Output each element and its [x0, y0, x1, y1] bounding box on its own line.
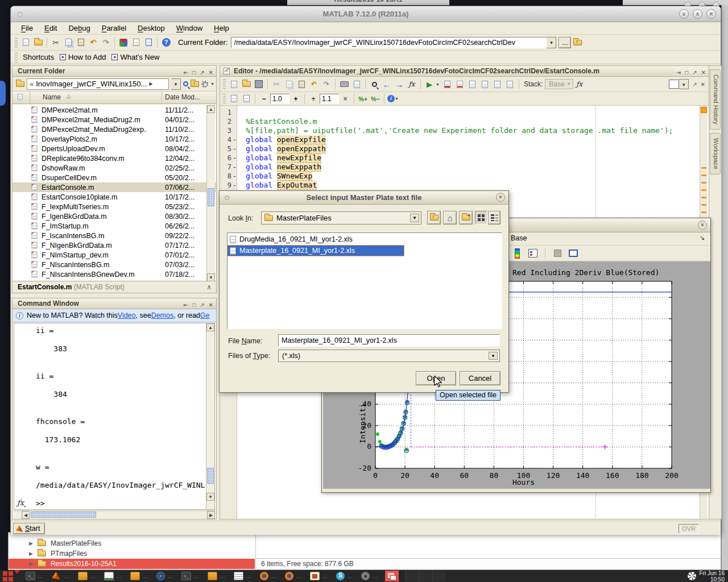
menu-debug[interactable]: Debug	[63, 23, 96, 34]
dialog-file-row[interactable]: DrugMedia_16_0921_MI_yor1-2.xls	[228, 234, 502, 244]
command-output-area[interactable]: ii = 383 ii = 384 fhconsole = 173.1062 w…	[14, 323, 215, 510]
divide-value-button[interactable]: ÷	[307, 93, 320, 105]
browse-folder-button[interactable]: ...	[559, 37, 571, 48]
open-button[interactable]: Open	[416, 371, 456, 385]
dialog-file-row[interactable]: Masterplate_16_0921_MI_yor1-2.xls	[228, 246, 404, 256]
uncomment-button[interactable]: %−	[369, 93, 382, 105]
current-folder-header[interactable]: Current Folder ⇤ □ ↗ ✕	[13, 66, 216, 77]
open-file-button[interactable]	[32, 36, 44, 49]
step-in-button[interactable]	[479, 78, 491, 90]
file-row[interactable]: DshowRaw.m02/25/2...	[13, 163, 216, 173]
menu-help[interactable]: Help	[208, 23, 235, 34]
editor-header[interactable]: Editor - /media/data/EASY/InovImager_jwr…	[220, 66, 709, 77]
expand-arrow-icon[interactable]: ▶	[29, 561, 33, 567]
code-line[interactable]: 2%EstartConsole.m	[220, 117, 709, 126]
command-hscrollbar[interactable]: ◀ ▶	[14, 510, 215, 518]
scroll-up-icon[interactable]: ▲	[206, 323, 214, 331]
code-line[interactable]: 3%[file,path] = uiputfile('.mat','Create…	[220, 126, 709, 135]
combo-dropdown-icon[interactable]: ▼	[410, 214, 419, 222]
executable-line-marker[interactable]: -	[232, 153, 237, 163]
scroll-down-icon[interactable]: ▼	[207, 273, 215, 281]
gear-dropdown-icon[interactable]: ▼	[210, 82, 214, 86]
sort-ascending-icon[interactable]: △	[67, 93, 71, 99]
dialog-titlebar[interactable]: Select input Master Plate text file ✕	[220, 191, 508, 205]
figure-close-icon[interactable]: ✕	[698, 221, 707, 230]
files-of-type-combo[interactable]: (*.xls) ▼	[278, 350, 500, 362]
close-panel-icon[interactable]: ✕	[701, 81, 705, 88]
decrease-value-button[interactable]: −	[258, 93, 270, 105]
shortcut-whats-new[interactable]: What's New	[120, 53, 159, 61]
toolbar-handle[interactable]	[223, 94, 226, 104]
undock-icon[interactable]: ↗	[692, 81, 697, 88]
details-button[interactable]: i▼	[387, 93, 399, 105]
matlab-launcher[interactable]: …	[51, 571, 71, 581]
copy-button[interactable]	[283, 78, 295, 90]
function-hints-button[interactable]: ƒx	[573, 78, 586, 90]
file-row[interactable]: F_IexpMultiTseries.m05/23/2...	[13, 202, 216, 211]
collapse-details-icon[interactable]: ∧	[206, 281, 212, 293]
file-type-column-icon[interactable]	[18, 94, 23, 99]
minimize-button[interactable]: ∨	[679, 9, 689, 19]
demos-link[interactable]: Demos	[151, 311, 174, 319]
file-row[interactable]: DpertsUploadDev.m08/04/2...	[13, 144, 216, 153]
print-button[interactable]	[338, 78, 350, 90]
undock-icon[interactable]: ↗	[692, 68, 697, 77]
matlab-titlebar[interactable]: MATLAB 7.12.0 (R2011a) ∨ ∧ ✕	[11, 6, 721, 22]
executable-line-marker[interactable]: -	[232, 181, 237, 190]
run-button[interactable]: ▶	[423, 78, 436, 90]
combo-dropdown-icon[interactable]: ▼	[489, 352, 498, 360]
code-line[interactable]: 1	[220, 108, 709, 117]
column-name[interactable]: Name	[43, 93, 61, 101]
applications-menu-button[interactable]	[2, 571, 19, 581]
terminal-2-launcher[interactable]: >_…	[180, 571, 200, 581]
profiler-button[interactable]	[142, 36, 155, 49]
file-row[interactable]: DsuperCellDev.m05/20/2...	[13, 173, 216, 182]
cut-button[interactable]: ✂	[270, 78, 283, 90]
new-script-button[interactable]	[19, 36, 32, 49]
address-dropdown-button[interactable]: ▼	[171, 78, 181, 90]
menu-desktop[interactable]: Desktop	[132, 23, 171, 34]
paste-button[interactable]	[295, 78, 308, 90]
scroll-down-icon[interactable]: ▼	[206, 493, 214, 501]
simulink-button[interactable]	[117, 36, 130, 49]
file-row[interactable]: F_IscanIntensBG.m09/22/2...	[13, 231, 216, 240]
executable-line-marker[interactable]: -	[232, 163, 237, 172]
paste-button[interactable]	[75, 36, 87, 49]
code-line[interactable]: 6-global newExpfile	[220, 153, 709, 163]
open-button[interactable]	[240, 78, 253, 90]
maximize-button[interactable]: ∧	[693, 9, 702, 19]
expand-arrow-icon[interactable]: ▶	[29, 551, 33, 556]
getting-started-link[interactable]: Ge	[200, 311, 210, 319]
code-line[interactable]: 5-global openExppath	[220, 144, 709, 153]
scroll-right-icon[interactable]: ▶	[207, 511, 215, 519]
toolbar-handle[interactable]	[15, 38, 18, 48]
path-dropdown-button[interactable]: ▼	[547, 37, 556, 48]
file-row[interactable]: F_NImStartup_dev.m07/01/2...	[13, 250, 216, 260]
comment-button[interactable]: %+	[357, 93, 369, 105]
redo-button[interactable]: ↷	[320, 78, 333, 90]
up-one-level-button[interactable]: ↑	[191, 81, 199, 87]
firefox-2-launcher[interactable]: …	[284, 571, 303, 581]
show-plot-tools-button[interactable]	[567, 247, 580, 260]
start-button[interactable]: Start	[13, 523, 45, 534]
tree-item[interactable]: ▶PTmapFiles	[9, 548, 255, 559]
tree-item[interactable]: ▶MasterPlateFiles	[9, 538, 255, 548]
next-cell-button[interactable]	[240, 93, 253, 105]
figure-menu-fragment[interactable]: Base	[511, 234, 527, 242]
insert-cell-button[interactable]	[228, 93, 240, 105]
gear-icon[interactable]	[201, 81, 208, 88]
scroll-up-icon[interactable]: ▲	[207, 105, 215, 113]
tab-workspace[interactable]: Workspace	[710, 133, 721, 174]
go-forward-button[interactable]: →	[393, 78, 406, 90]
toolbar-handle[interactable]	[223, 79, 226, 89]
list-view-button[interactable]	[488, 211, 500, 225]
taskbar-clock[interactable]: Fri Jun 1610:50	[688, 570, 725, 582]
up-folder-button[interactable]: ↑	[571, 36, 584, 49]
file-list-scrollbar[interactable]: ▲ ▼	[206, 105, 215, 281]
value-field-2[interactable]	[320, 94, 339, 104]
continue-button[interactable]	[504, 78, 516, 90]
up-one-level-button[interactable]: ↑	[427, 211, 441, 225]
help-button[interactable]: ?	[160, 36, 172, 49]
executable-line-marker[interactable]: -	[232, 135, 237, 144]
command-window-header[interactable]: Command Window ⇤ □ ↗ ✕	[13, 298, 216, 309]
